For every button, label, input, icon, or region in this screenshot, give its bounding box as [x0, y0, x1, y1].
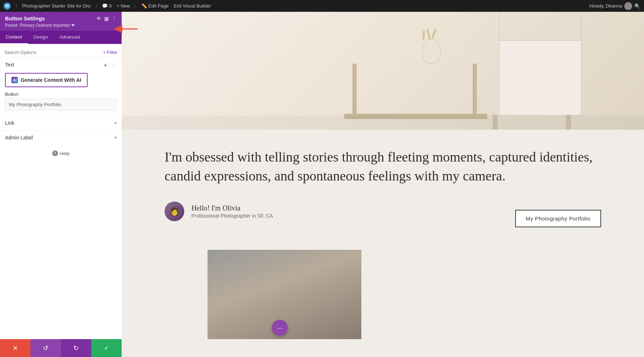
- panel-title: Button Settings: [5, 15, 45, 21]
- tab-advanced[interactable]: Advanced: [54, 31, 86, 44]
- arrow-indicator: [113, 22, 141, 38]
- generate-ai-button[interactable]: AI Generate Content With AI: [5, 73, 88, 87]
- panel-tabs: Content Design Advanced: [0, 31, 122, 44]
- main-content-area: I'm obsessed with telling stories throug…: [122, 130, 644, 353]
- text-section-header[interactable]: Text ▲ ⋮: [0, 58, 122, 71]
- admin-label-title: Admin Label: [5, 135, 33, 140]
- hero-quote: I'm obsessed with telling stories throug…: [165, 148, 601, 185]
- user-avatar: [624, 2, 632, 10]
- bottom-bar: ✕ ↺ ↻ ✓: [0, 339, 122, 357]
- ai-icon: AI: [11, 77, 18, 83]
- text-section-title: Text: [5, 62, 14, 68]
- wp-logo-icon[interactable]: W: [4, 3, 11, 10]
- panel-header: Button Settings 👁 ▦ ⋮ Preset: Primary Ou…: [0, 12, 122, 31]
- fab-button[interactable]: ···: [272, 320, 288, 336]
- help-label: Help: [60, 151, 70, 156]
- help-section[interactable]: ? Help: [0, 145, 122, 162]
- panel-header-top: Button Settings 👁 ▦ ⋮: [5, 15, 117, 21]
- separator2: |: [96, 3, 97, 9]
- visibility-icon[interactable]: 👁: [96, 16, 101, 21]
- admin-label-section-header[interactable]: Admin Label ▾: [0, 130, 122, 145]
- wp-admin-bar: W | Photographer Starter Site for Divi |…: [0, 0, 644, 12]
- link-chevron-icon: ▾: [114, 120, 117, 125]
- panel-body: + Filter Text ▲ ⋮ AI Generate Content Wi…: [0, 44, 122, 339]
- search-bar: + Filter: [0, 48, 122, 58]
- text-section-chevron-icon: ▲: [103, 62, 108, 67]
- avatar-emoji: 👩: [170, 207, 179, 216]
- admin-label-section: Admin Label ▾: [0, 130, 122, 145]
- panel-preset[interactable]: Preset: Primary Outlined imported: [5, 23, 117, 28]
- more-options-icon[interactable]: ⋮: [112, 16, 117, 21]
- panel-header-icons: 👁 ▦ ⋮: [96, 16, 117, 21]
- exit-visual-builder-button[interactable]: Exit Visual Builder: [174, 3, 211, 9]
- link-section: Link ▾: [0, 115, 122, 130]
- howdy-label: Howdy, Deanna: [589, 3, 622, 9]
- author-title: Professional Photographer in SF, CA: [191, 213, 273, 219]
- author-name: Hello! I'm Olivia: [191, 204, 273, 212]
- chair-scene: [122, 12, 644, 130]
- preset-arrow-icon: [71, 24, 75, 26]
- save-button[interactable]: ✓: [91, 339, 122, 357]
- text-section-more-icon[interactable]: ⋮: [111, 61, 117, 68]
- button-field-label: Button: [5, 91, 117, 97]
- help-icon: ?: [52, 150, 58, 156]
- link-section-header[interactable]: Link ▾: [0, 116, 122, 130]
- button-text-input[interactable]: [5, 99, 117, 110]
- tab-design[interactable]: Design: [28, 31, 54, 44]
- main-layout: Button Settings 👁 ▦ ⋮ Preset: Primary Ou…: [0, 12, 644, 357]
- comment-icon: 💬: [102, 3, 108, 9]
- content-area: I'm obsessed with telling stories throug…: [122, 12, 644, 357]
- author-avatar: 👩: [165, 202, 184, 221]
- hero-image: [122, 12, 644, 130]
- redo-button[interactable]: ↻: [61, 339, 91, 357]
- portfolio-button[interactable]: My Photography Portfolio: [515, 210, 601, 227]
- new-button[interactable]: + New: [117, 3, 130, 9]
- author-section: 👩 Hello! I'm Olivia Professional Photogr…: [165, 202, 273, 221]
- author-info: Hello! I'm Olivia Professional Photograp…: [191, 204, 273, 219]
- author-row: 👩 Hello! I'm Olivia Professional Photogr…: [165, 202, 601, 235]
- link-section-title: Link: [5, 120, 14, 126]
- separator: |: [16, 3, 17, 9]
- admin-label-chevron-icon: ▾: [114, 135, 117, 140]
- edit-page-button[interactable]: ✏️ Edit Page: [141, 3, 169, 9]
- pencil-icon: ✏️: [141, 3, 147, 9]
- fab-icon: ···: [277, 324, 283, 332]
- site-name[interactable]: Photographer Starter Site for Divi: [22, 3, 91, 9]
- undo-button[interactable]: ↺: [30, 339, 61, 357]
- separator3: |: [135, 3, 136, 9]
- comment-count[interactable]: 💬 0: [102, 3, 112, 9]
- search-input[interactable]: [4, 50, 100, 55]
- cancel-button[interactable]: ✕: [0, 339, 30, 357]
- search-icon[interactable]: 🔍: [634, 3, 640, 9]
- grid-icon[interactable]: ▦: [104, 16, 109, 21]
- filter-button[interactable]: + Filter: [103, 50, 117, 55]
- howdy-section: Howdy, Deanna 🔍: [589, 2, 640, 10]
- button-field-group: Button: [0, 91, 122, 115]
- left-panel: Button Settings 👁 ▦ ⋮ Preset: Primary Ou…: [0, 12, 122, 357]
- tab-content[interactable]: Content: [0, 31, 28, 44]
